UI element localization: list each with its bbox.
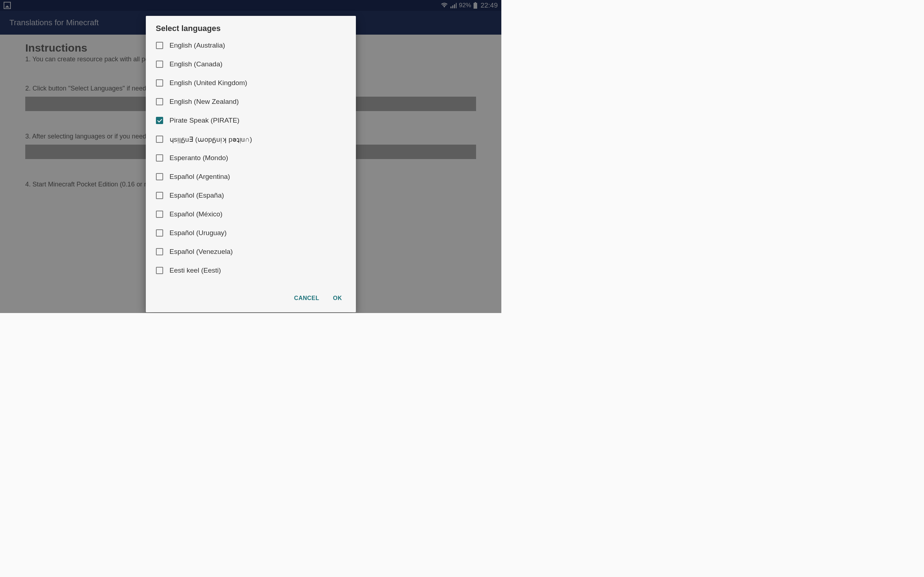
language-label: Eesti keel (Eesti) [170, 266, 221, 274]
language-label: Español (México) [170, 210, 223, 218]
dialog-actions: CANCEL OK [146, 286, 356, 312]
language-item[interactable]: Español (Argentina) [156, 167, 346, 186]
language-label: Español (Argentina) [170, 173, 230, 181]
checkbox-icon[interactable] [156, 173, 163, 180]
language-item[interactable]: English (New Zealand) [156, 92, 346, 111]
checkbox-icon[interactable] [156, 117, 163, 124]
checkbox-icon[interactable] [156, 79, 163, 87]
language-item[interactable]: Español (España) [156, 186, 346, 205]
select-languages-dialog: Select languages English (Australia)Engl… [146, 16, 356, 312]
language-label: Español (España) [170, 192, 224, 200]
ok-button[interactable]: OK [332, 292, 344, 305]
checkbox-icon[interactable] [156, 98, 163, 105]
language-label: ɥsᴉꞁᵷuƎ (ɯopᵷuᴉʞ pǝʇᴉu∩) [170, 135, 252, 143]
checkbox-icon[interactable] [156, 267, 163, 274]
language-list[interactable]: English (Australia)English (Canada)Engli… [146, 36, 356, 280]
language-label: Español (Uruguay) [170, 229, 227, 237]
language-item[interactable]: English (Canada) [156, 55, 346, 74]
language-label: English (United Kingdom) [170, 79, 247, 87]
language-item[interactable]: Español (México) [156, 205, 346, 224]
checkbox-icon[interactable] [156, 154, 163, 161]
checkbox-icon[interactable] [156, 211, 163, 218]
language-item[interactable]: ɥsᴉꞁᵷuƎ (ɯopᵷuᴉʞ pǝʇᴉu∩) [156, 130, 346, 148]
dialog-title: Select languages [146, 16, 356, 36]
language-item[interactable]: English (Australia) [156, 36, 346, 55]
language-item[interactable]: Eesti keel (Eesti) [156, 261, 346, 280]
language-label: Español (Venezuela) [170, 248, 233, 256]
modal-overlay: Select languages English (Australia)Engl… [0, 0, 501, 313]
language-item[interactable]: Español (Venezuela) [156, 242, 346, 261]
checkbox-icon[interactable] [156, 248, 163, 255]
language-item[interactable]: Esperanto (Mondo) [156, 148, 346, 167]
checkbox-icon[interactable] [156, 192, 163, 199]
cancel-button[interactable]: CANCEL [293, 292, 321, 305]
language-label: Pirate Speak (PIRATE) [170, 116, 240, 124]
checkbox-icon[interactable] [156, 61, 163, 68]
language-item[interactable]: Español (Uruguay) [156, 224, 346, 242]
language-label: Esperanto (Mondo) [170, 154, 228, 162]
checkbox-icon[interactable] [156, 135, 163, 143]
language-item[interactable]: Pirate Speak (PIRATE) [156, 111, 346, 130]
language-label: English (Australia) [170, 42, 225, 49]
language-label: English (Canada) [170, 60, 223, 68]
checkbox-icon[interactable] [156, 42, 163, 49]
language-label: English (New Zealand) [170, 98, 239, 106]
language-item[interactable]: English (United Kingdom) [156, 74, 346, 92]
checkbox-icon[interactable] [156, 229, 163, 237]
